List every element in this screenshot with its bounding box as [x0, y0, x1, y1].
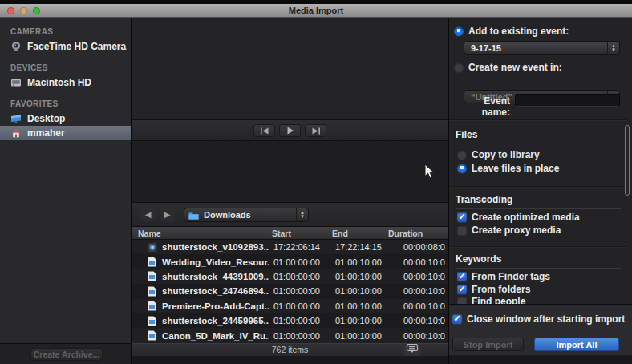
section-divider	[449, 246, 627, 248]
file-duration: 00:00:10:0	[383, 316, 448, 326]
checkbox-checked-icon[interactable]	[457, 285, 467, 294]
event-name-label: Event name:	[454, 95, 510, 118]
file-duration: 00:00:08:0	[383, 242, 448, 252]
radio-selected-icon[interactable]	[457, 164, 467, 173]
copy-to-library-option[interactable]: Copy to library	[457, 149, 540, 160]
event-name-input[interactable]	[515, 94, 620, 107]
option-label: Leave files in place	[472, 163, 559, 174]
import-actions-panel: Close window after starting import Stop …	[449, 304, 632, 364]
column-header-duration[interactable]: Duration	[383, 229, 448, 238]
add-to-existing-event-option[interactable]: Add to existing event:	[454, 26, 569, 37]
filmstrip-area	[132, 141, 448, 203]
dropdown-stepper-icon: ▲▼	[296, 208, 308, 221]
media-browser: ◀ ▶ Downloads ▲▼ Name Start End Duration…	[132, 18, 448, 364]
file-end: 01:00:10:00	[322, 272, 383, 281]
sidebar-item-label: Macintosh HD	[27, 77, 91, 88]
file-start: 17:22:06:14	[269, 242, 322, 252]
file-duration: 00:00:10:0	[383, 257, 448, 267]
existing-event-dropdown[interactable]: 9-17-15 ▲▼	[464, 41, 620, 55]
create-proxy-media-option[interactable]: Create proxy media	[457, 224, 561, 236]
table-row[interactable]: Canon_5D_Mark_IV_Ru... 01:00:00:00 01:00…	[132, 328, 448, 342]
column-header-start[interactable]: Start	[269, 229, 322, 238]
folder-icon	[188, 209, 199, 220]
window-bottom-edge	[132, 356, 448, 364]
file-end: 01:00:10:00	[322, 331, 383, 341]
from-folders-option[interactable]: From folders	[457, 284, 530, 295]
table-row[interactable]: Wedding_Video_Resour... 01:00:00:00 01:0…	[132, 254, 448, 269]
media-import-window: Media Import CAMERAS FaceTime HD Camera …	[0, 0, 632, 364]
file-name: shutterstock_v1092893...	[162, 242, 269, 252]
import-all-button[interactable]: Import All	[534, 338, 619, 351]
close-window-after-import-option[interactable]: Close window after starting import	[452, 313, 625, 325]
section-label-devices: DEVICES	[10, 63, 131, 72]
file-name: Premiere-Pro-Add-Capt...	[162, 301, 269, 311]
create-new-event-option[interactable]: Create new event in:	[454, 62, 562, 73]
option-label: Copy to library	[472, 149, 540, 160]
sidebar-item-label: Desktop	[27, 113, 65, 124]
skip-forward-icon	[311, 123, 321, 138]
play-button[interactable]	[279, 124, 301, 137]
document-file-icon	[148, 286, 157, 297]
file-duration: 00:00:10:0	[383, 331, 448, 341]
radio-selected-icon[interactable]	[454, 26, 464, 36]
panel-scrollbar[interactable]	[625, 125, 630, 196]
checkbox-checked-icon[interactable]	[452, 314, 462, 324]
desktop-icon	[10, 113, 22, 124]
previous-frame-button[interactable]	[253, 124, 275, 137]
file-start: 01:00:00:00	[269, 331, 322, 341]
file-name: shutterstock_24459965...	[162, 316, 269, 326]
document-file-icon	[148, 316, 157, 326]
file-duration: 00:00:10:0	[383, 272, 448, 281]
from-finder-tags-option[interactable]: From Finder tags	[457, 271, 550, 282]
clip-appearance-button[interactable]	[403, 345, 421, 356]
titlebar[interactable]: Media Import	[0, 4, 632, 18]
forward-button[interactable]: ▶	[160, 208, 175, 221]
sidebar-item-desktop[interactable]: Desktop	[0, 111, 131, 126]
sidebar-item-facetime-camera[interactable]: FaceTime HD Camera	[0, 39, 131, 54]
location-dropdown[interactable]: Downloads ▲▼	[184, 208, 309, 222]
file-end: 17:22:14:15	[322, 242, 383, 252]
back-button[interactable]: ◀	[140, 208, 156, 221]
file-list: shutterstock_v1092893... 17:22:06:14 17:…	[132, 240, 448, 343]
home-icon	[10, 127, 22, 139]
checkbox-unchecked-icon[interactable]	[457, 225, 467, 235]
table-row[interactable]: shutterstock_24459965... 01:00:00:00 01:…	[132, 313, 448, 328]
option-label: From folders	[472, 284, 530, 295]
document-file-icon	[148, 330, 157, 341]
item-count: 762 items	[272, 345, 309, 354]
forward-icon: ▶	[164, 210, 171, 219]
import-options-panel: Add to existing event: 9-17-15 ▲▼ Create…	[448, 18, 632, 364]
table-row[interactable]: shutterstock_44391009... 01:00:00:00 01:…	[132, 269, 448, 284]
table-row[interactable]: shutterstock_v1092893... 17:22:06:14 17:…	[132, 240, 448, 254]
file-start: 01:00:00:00	[269, 316, 322, 326]
column-header-name[interactable]: Name	[132, 229, 269, 238]
option-label: Create optimized media	[472, 212, 580, 223]
document-file-icon	[148, 301, 157, 311]
location-value: Downloads	[204, 210, 251, 220]
dropdown-stepper-icon: ▲▼	[607, 42, 619, 54]
checkbox-checked-icon[interactable]	[457, 212, 467, 222]
radio-unselected-icon[interactable]	[454, 63, 464, 72]
option-label: From Finder tags	[472, 271, 550, 282]
file-start: 01:00:00:00	[269, 257, 322, 267]
checkbox-checked-icon[interactable]	[457, 272, 467, 281]
create-archive-button[interactable]: Create Archive...	[30, 348, 103, 361]
sidebar-item-label: FaceTime HD Camera	[27, 41, 126, 52]
transcoding-section-title: Transcoding	[456, 194, 621, 209]
next-frame-button[interactable]	[305, 124, 326, 137]
radio-unselected-icon[interactable]	[457, 150, 467, 160]
section-divider	[449, 186, 627, 188]
sidebar-item-macintosh-hd[interactable]: Macintosh HD	[0, 75, 131, 90]
sidebar-item-mmaher[interactable]: mmaher	[0, 126, 131, 140]
stop-import-button[interactable]: Stop Import	[452, 338, 524, 351]
section-divider	[449, 119, 627, 121]
keywords-section-title: Keywords	[456, 253, 621, 269]
leave-files-in-place-option[interactable]: Leave files in place	[457, 163, 559, 174]
skip-back-icon	[260, 123, 269, 138]
column-header-end[interactable]: End	[322, 229, 383, 238]
location-bar: ◀ ▶ Downloads ▲▼	[132, 203, 448, 227]
create-optimized-media-option[interactable]: Create optimized media	[457, 212, 580, 223]
table-row[interactable]: Premiere-Pro-Add-Capt... 01:00:00:00 01:…	[132, 299, 448, 313]
section-label-favorites: FAVORITES	[10, 99, 131, 108]
table-row[interactable]: shutterstock_24746894... 01:00:00:00 01:…	[132, 284, 448, 298]
